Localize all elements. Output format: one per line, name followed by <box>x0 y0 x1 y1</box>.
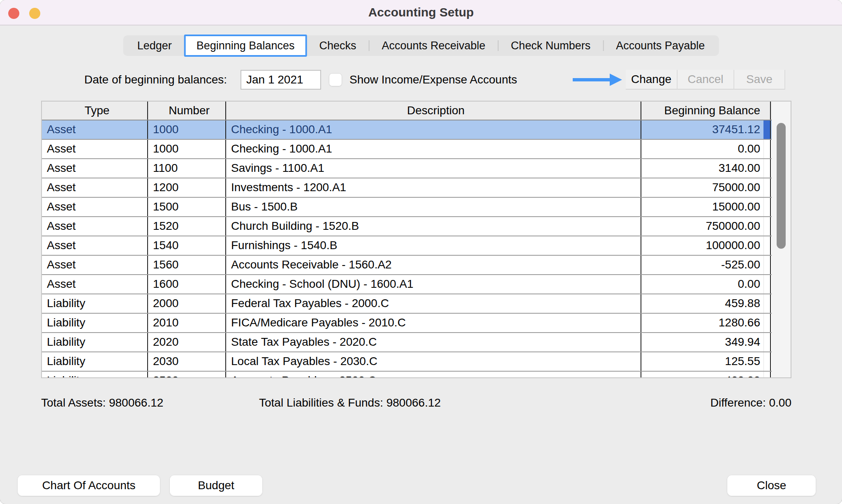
total-liabilities-label: Total Liabilities & Funds: <box>259 396 383 409</box>
show-income-expense-checkbox[interactable] <box>329 73 342 86</box>
cell-balance[interactable]: 37451.12 <box>641 120 771 139</box>
column-header-type[interactable]: Type <box>42 102 148 120</box>
cell-balance[interactable]: 400.00 <box>641 372 771 378</box>
selection-strip <box>763 333 770 351</box>
cell-type[interactable]: Liability <box>42 372 148 378</box>
cell-balance[interactable]: 15000.00 <box>641 198 771 216</box>
table-body: Asset1000Checking - 1000.A137451.12Asset… <box>42 120 791 378</box>
cancel-button[interactable]: Cancel <box>678 70 734 90</box>
cell-balance[interactable]: 750000.00 <box>641 217 771 236</box>
title-bar: Accounting Setup <box>0 0 842 25</box>
cell-type[interactable]: Asset <box>42 198 148 216</box>
chart-of-accounts-button[interactable]: Chart Of Accounts <box>17 475 160 496</box>
cell-number[interactable]: 1100 <box>148 159 226 178</box>
table-row[interactable]: Asset1100Savings - 1100.A13140.00 <box>42 159 791 178</box>
vertical-scrollbar[interactable] <box>772 102 791 377</box>
scrollbar-thumb[interactable] <box>777 123 786 249</box>
column-header-number[interactable]: Number <box>148 102 226 120</box>
cell-type[interactable]: Asset <box>42 217 148 236</box>
tab-beginning-balances[interactable]: Beginning Balances <box>184 35 307 57</box>
cell-number[interactable]: 2030 <box>148 352 226 371</box>
save-button[interactable]: Save <box>734 70 785 90</box>
cell-balance[interactable]: 0.00 <box>641 140 771 158</box>
table-row[interactable]: Liability2500Accounts Payables - 2500.C4… <box>42 372 791 378</box>
cell-type[interactable]: Asset <box>42 256 148 274</box>
cell-description[interactable]: Local Tax Payables - 2030.C <box>226 352 641 371</box>
cell-balance[interactable]: 125.55 <box>641 352 771 371</box>
date-input[interactable] <box>241 70 321 90</box>
table-row[interactable]: Asset1600Checking - School (DNU) - 1600.… <box>42 275 791 294</box>
cell-description[interactable]: Accounts Receivable - 1560.A2 <box>226 256 641 274</box>
cell-type[interactable]: Asset <box>42 275 148 294</box>
cell-description[interactable]: FICA/Medicare Payables - 2010.C <box>226 314 641 332</box>
table-row[interactable]: Asset1000Checking - 1000.A137451.12 <box>42 120 791 140</box>
cell-description[interactable]: State Tax Payables - 2020.C <box>226 333 641 351</box>
column-header-description[interactable]: Description <box>226 102 641 120</box>
table-row[interactable]: Liability2000Federal Tax Payables - 2000… <box>42 294 791 314</box>
table-row[interactable]: Asset1560Accounts Receivable - 1560.A2-5… <box>42 256 791 275</box>
table-row[interactable]: Asset1200Investments - 1200.A175000.00 <box>42 178 791 198</box>
table-row[interactable]: Asset1520Church Building - 1520.B750000.… <box>42 217 791 236</box>
change-button[interactable]: Change <box>626 70 678 90</box>
cell-description[interactable]: Savings - 1100.A1 <box>226 159 641 178</box>
selection-strip <box>763 120 770 139</box>
cell-balance[interactable]: 75000.00 <box>641 178 771 197</box>
cell-number[interactable]: 1000 <box>148 120 226 139</box>
table-row[interactable]: Liability2010FICA/Medicare Payables - 20… <box>42 314 791 333</box>
column-header-beginning-balance[interactable]: Beginning Balance <box>641 102 771 120</box>
table-row[interactable]: Liability2030Local Tax Payables - 2030.C… <box>42 352 791 372</box>
cell-type[interactable]: Asset <box>42 120 148 139</box>
cell-description[interactable]: Checking - 1000.A1 <box>226 120 641 139</box>
cell-number[interactable]: 1560 <box>148 256 226 274</box>
cell-balance[interactable]: -525.00 <box>641 256 771 274</box>
cell-type[interactable]: Liability <box>42 352 148 371</box>
cell-number[interactable]: 1000 <box>148 140 226 158</box>
cell-balance[interactable]: 349.94 <box>641 333 771 351</box>
selection-strip <box>763 140 770 158</box>
cell-number[interactable]: 2020 <box>148 333 226 351</box>
cell-type[interactable]: Asset <box>42 140 148 158</box>
cell-description[interactable]: Investments - 1200.A1 <box>226 178 641 197</box>
tab-bar: LedgerBeginning BalancesChecksAccounts R… <box>123 35 719 56</box>
cell-number[interactable]: 1540 <box>148 236 226 255</box>
cell-type[interactable]: Asset <box>42 178 148 197</box>
cell-type[interactable]: Asset <box>42 236 148 255</box>
cell-type[interactable]: Liability <box>42 314 148 332</box>
tab-check-numbers[interactable]: Check Numbers <box>499 35 603 56</box>
cell-balance[interactable]: 1280.66 <box>641 314 771 332</box>
tab-checks[interactable]: Checks <box>307 35 368 56</box>
cell-number[interactable]: 1600 <box>148 275 226 294</box>
cell-balance[interactable]: 100000.00 <box>641 236 771 255</box>
cell-number[interactable]: 1500 <box>148 198 226 216</box>
cell-description[interactable]: Checking - 1000.A1 <box>226 140 641 158</box>
difference-text: Difference: 0.00 <box>710 395 791 410</box>
close-button[interactable]: Close <box>727 475 816 496</box>
cell-number[interactable]: 2000 <box>148 294 226 313</box>
tab-accounts-receivable[interactable]: Accounts Receivable <box>369 35 497 56</box>
cell-description[interactable]: Accounts Payables - 2500.C <box>226 372 641 378</box>
cell-type[interactable]: Liability <box>42 294 148 313</box>
tab-ledger[interactable]: Ledger <box>125 35 184 56</box>
table-row[interactable]: Liability2020State Tax Payables - 2020.C… <box>42 333 791 352</box>
tab-accounts-payable[interactable]: Accounts Payable <box>604 35 717 56</box>
table-row[interactable]: Asset1000Checking - 1000.A10.00 <box>42 140 791 159</box>
cell-description[interactable]: Checking - School (DNU) - 1600.A1 <box>226 275 641 294</box>
cell-balance[interactable]: 459.88 <box>641 294 771 313</box>
cell-type[interactable]: Liability <box>42 333 148 351</box>
budget-button[interactable]: Budget <box>169 475 263 496</box>
cell-number[interactable]: 2500 <box>148 372 226 378</box>
cell-description[interactable]: Federal Tax Payables - 2000.C <box>226 294 641 313</box>
cell-description[interactable]: Church Building - 1520.B <box>226 217 641 236</box>
table-row[interactable]: Asset1500Bus - 1500.B15000.00 <box>42 198 791 217</box>
cell-balance[interactable]: 3140.00 <box>641 159 771 178</box>
table-row[interactable]: Asset1540Furnishings - 1540.B100000.00 <box>42 236 791 256</box>
selection-strip <box>763 314 770 332</box>
cell-number[interactable]: 1200 <box>148 178 226 197</box>
cell-description[interactable]: Bus - 1500.B <box>226 198 641 216</box>
cell-number[interactable]: 2010 <box>148 314 226 332</box>
cell-type[interactable]: Asset <box>42 159 148 178</box>
cell-description[interactable]: Furnishings - 1540.B <box>226 236 641 255</box>
cell-number[interactable]: 1520 <box>148 217 226 236</box>
cell-balance[interactable]: 0.00 <box>641 275 771 294</box>
difference-label: Difference: <box>710 396 766 409</box>
